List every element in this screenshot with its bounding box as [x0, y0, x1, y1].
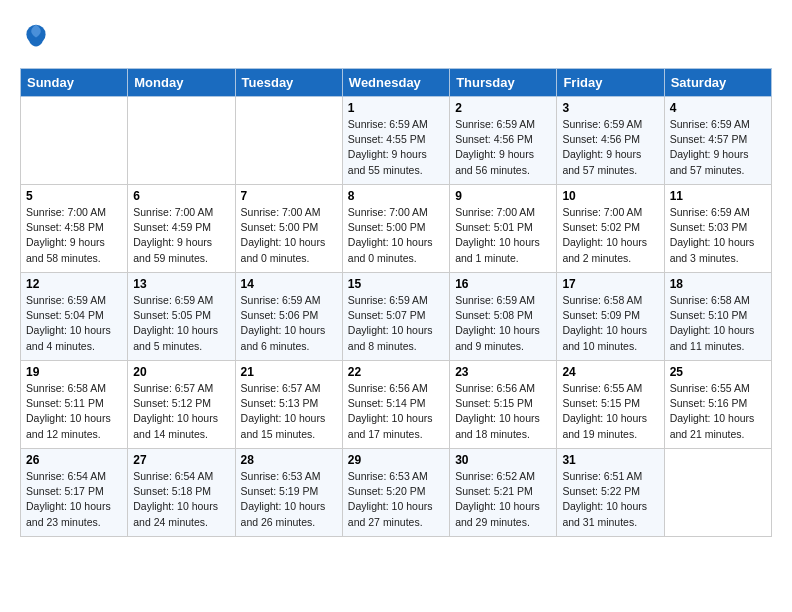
- day-info: Sunrise: 6:59 AMSunset: 4:55 PMDaylight:…: [348, 117, 444, 178]
- day-number: 28: [241, 453, 337, 467]
- calendar-cell: 2Sunrise: 6:59 AMSunset: 4:56 PMDaylight…: [450, 97, 557, 185]
- weekday-header-sunday: Sunday: [21, 69, 128, 97]
- calendar-cell: 20Sunrise: 6:57 AMSunset: 5:12 PMDayligh…: [128, 361, 235, 449]
- calendar-cell: 1Sunrise: 6:59 AMSunset: 4:55 PMDaylight…: [342, 97, 449, 185]
- day-info: Sunrise: 6:59 AMSunset: 4:56 PMDaylight:…: [562, 117, 658, 178]
- calendar-cell: 15Sunrise: 6:59 AMSunset: 5:07 PMDayligh…: [342, 273, 449, 361]
- day-number: 26: [26, 453, 122, 467]
- day-info: Sunrise: 6:51 AMSunset: 5:22 PMDaylight:…: [562, 469, 658, 530]
- day-number: 11: [670, 189, 766, 203]
- day-number: 13: [133, 277, 229, 291]
- calendar-week-3: 12Sunrise: 6:59 AMSunset: 5:04 PMDayligh…: [21, 273, 772, 361]
- day-info: Sunrise: 7:00 AMSunset: 5:01 PMDaylight:…: [455, 205, 551, 266]
- calendar-cell: 27Sunrise: 6:54 AMSunset: 5:18 PMDayligh…: [128, 449, 235, 537]
- day-number: 21: [241, 365, 337, 379]
- calendar-cell: 7Sunrise: 7:00 AMSunset: 5:00 PMDaylight…: [235, 185, 342, 273]
- day-info: Sunrise: 6:59 AMSunset: 5:05 PMDaylight:…: [133, 293, 229, 354]
- day-number: 15: [348, 277, 444, 291]
- weekday-header-wednesday: Wednesday: [342, 69, 449, 97]
- day-number: 16: [455, 277, 551, 291]
- calendar-cell: 29Sunrise: 6:53 AMSunset: 5:20 PMDayligh…: [342, 449, 449, 537]
- day-number: 27: [133, 453, 229, 467]
- calendar-cell: 8Sunrise: 7:00 AMSunset: 5:00 PMDaylight…: [342, 185, 449, 273]
- day-number: 9: [455, 189, 551, 203]
- day-number: 22: [348, 365, 444, 379]
- day-number: 29: [348, 453, 444, 467]
- day-info: Sunrise: 6:59 AMSunset: 4:57 PMDaylight:…: [670, 117, 766, 178]
- day-info: Sunrise: 6:53 AMSunset: 5:19 PMDaylight:…: [241, 469, 337, 530]
- day-info: Sunrise: 6:59 AMSunset: 5:06 PMDaylight:…: [241, 293, 337, 354]
- day-number: 19: [26, 365, 122, 379]
- calendar-cell: 22Sunrise: 6:56 AMSunset: 5:14 PMDayligh…: [342, 361, 449, 449]
- calendar-cell: 11Sunrise: 6:59 AMSunset: 5:03 PMDayligh…: [664, 185, 771, 273]
- weekday-header-row: SundayMondayTuesdayWednesdayThursdayFrid…: [21, 69, 772, 97]
- weekday-header-friday: Friday: [557, 69, 664, 97]
- calendar-cell: 21Sunrise: 6:57 AMSunset: 5:13 PMDayligh…: [235, 361, 342, 449]
- day-number: 8: [348, 189, 444, 203]
- weekday-header-thursday: Thursday: [450, 69, 557, 97]
- day-number: 2: [455, 101, 551, 115]
- calendar-week-4: 19Sunrise: 6:58 AMSunset: 5:11 PMDayligh…: [21, 361, 772, 449]
- day-number: 30: [455, 453, 551, 467]
- calendar-cell: 10Sunrise: 7:00 AMSunset: 5:02 PMDayligh…: [557, 185, 664, 273]
- weekday-header-saturday: Saturday: [664, 69, 771, 97]
- calendar-cell: 16Sunrise: 6:59 AMSunset: 5:08 PMDayligh…: [450, 273, 557, 361]
- calendar-week-1: 1Sunrise: 6:59 AMSunset: 4:55 PMDaylight…: [21, 97, 772, 185]
- day-number: 23: [455, 365, 551, 379]
- calendar-cell: 23Sunrise: 6:56 AMSunset: 5:15 PMDayligh…: [450, 361, 557, 449]
- calendar-cell: 6Sunrise: 7:00 AMSunset: 4:59 PMDaylight…: [128, 185, 235, 273]
- day-number: 14: [241, 277, 337, 291]
- day-info: Sunrise: 6:58 AMSunset: 5:11 PMDaylight:…: [26, 381, 122, 442]
- day-info: Sunrise: 6:54 AMSunset: 5:18 PMDaylight:…: [133, 469, 229, 530]
- day-info: Sunrise: 6:55 AMSunset: 5:16 PMDaylight:…: [670, 381, 766, 442]
- day-number: 5: [26, 189, 122, 203]
- calendar-cell: 31Sunrise: 6:51 AMSunset: 5:22 PMDayligh…: [557, 449, 664, 537]
- day-number: 31: [562, 453, 658, 467]
- page-header: [20, 20, 772, 52]
- calendar-cell: 17Sunrise: 6:58 AMSunset: 5:09 PMDayligh…: [557, 273, 664, 361]
- day-info: Sunrise: 6:56 AMSunset: 5:14 PMDaylight:…: [348, 381, 444, 442]
- day-info: Sunrise: 7:00 AMSunset: 4:58 PMDaylight:…: [26, 205, 122, 266]
- calendar-cell: 3Sunrise: 6:59 AMSunset: 4:56 PMDaylight…: [557, 97, 664, 185]
- day-info: Sunrise: 6:57 AMSunset: 5:12 PMDaylight:…: [133, 381, 229, 442]
- calendar-week-2: 5Sunrise: 7:00 AMSunset: 4:58 PMDaylight…: [21, 185, 772, 273]
- logo: [20, 20, 56, 52]
- day-info: Sunrise: 6:52 AMSunset: 5:21 PMDaylight:…: [455, 469, 551, 530]
- day-info: Sunrise: 6:56 AMSunset: 5:15 PMDaylight:…: [455, 381, 551, 442]
- calendar-cell: 9Sunrise: 7:00 AMSunset: 5:01 PMDaylight…: [450, 185, 557, 273]
- day-info: Sunrise: 6:54 AMSunset: 5:17 PMDaylight:…: [26, 469, 122, 530]
- day-info: Sunrise: 6:57 AMSunset: 5:13 PMDaylight:…: [241, 381, 337, 442]
- day-info: Sunrise: 6:59 AMSunset: 5:03 PMDaylight:…: [670, 205, 766, 266]
- day-number: 1: [348, 101, 444, 115]
- logo-icon: [20, 20, 52, 52]
- calendar-cell: 12Sunrise: 6:59 AMSunset: 5:04 PMDayligh…: [21, 273, 128, 361]
- day-info: Sunrise: 7:00 AMSunset: 5:02 PMDaylight:…: [562, 205, 658, 266]
- calendar-cell: [235, 97, 342, 185]
- calendar-cell: [21, 97, 128, 185]
- calendar-cell: 19Sunrise: 6:58 AMSunset: 5:11 PMDayligh…: [21, 361, 128, 449]
- day-number: 4: [670, 101, 766, 115]
- day-number: 24: [562, 365, 658, 379]
- calendar-table: SundayMondayTuesdayWednesdayThursdayFrid…: [20, 68, 772, 537]
- calendar-cell: [664, 449, 771, 537]
- day-number: 3: [562, 101, 658, 115]
- calendar-cell: 28Sunrise: 6:53 AMSunset: 5:19 PMDayligh…: [235, 449, 342, 537]
- day-number: 20: [133, 365, 229, 379]
- weekday-header-monday: Monday: [128, 69, 235, 97]
- calendar-cell: 14Sunrise: 6:59 AMSunset: 5:06 PMDayligh…: [235, 273, 342, 361]
- day-number: 25: [670, 365, 766, 379]
- day-number: 10: [562, 189, 658, 203]
- day-info: Sunrise: 6:59 AMSunset: 4:56 PMDaylight:…: [455, 117, 551, 178]
- day-info: Sunrise: 6:59 AMSunset: 5:08 PMDaylight:…: [455, 293, 551, 354]
- calendar-cell: 25Sunrise: 6:55 AMSunset: 5:16 PMDayligh…: [664, 361, 771, 449]
- calendar-week-5: 26Sunrise: 6:54 AMSunset: 5:17 PMDayligh…: [21, 449, 772, 537]
- calendar-cell: 13Sunrise: 6:59 AMSunset: 5:05 PMDayligh…: [128, 273, 235, 361]
- day-number: 12: [26, 277, 122, 291]
- day-info: Sunrise: 6:59 AMSunset: 5:07 PMDaylight:…: [348, 293, 444, 354]
- calendar-cell: 26Sunrise: 6:54 AMSunset: 5:17 PMDayligh…: [21, 449, 128, 537]
- calendar-cell: 4Sunrise: 6:59 AMSunset: 4:57 PMDaylight…: [664, 97, 771, 185]
- day-info: Sunrise: 6:53 AMSunset: 5:20 PMDaylight:…: [348, 469, 444, 530]
- day-number: 18: [670, 277, 766, 291]
- day-number: 7: [241, 189, 337, 203]
- calendar-cell: 30Sunrise: 6:52 AMSunset: 5:21 PMDayligh…: [450, 449, 557, 537]
